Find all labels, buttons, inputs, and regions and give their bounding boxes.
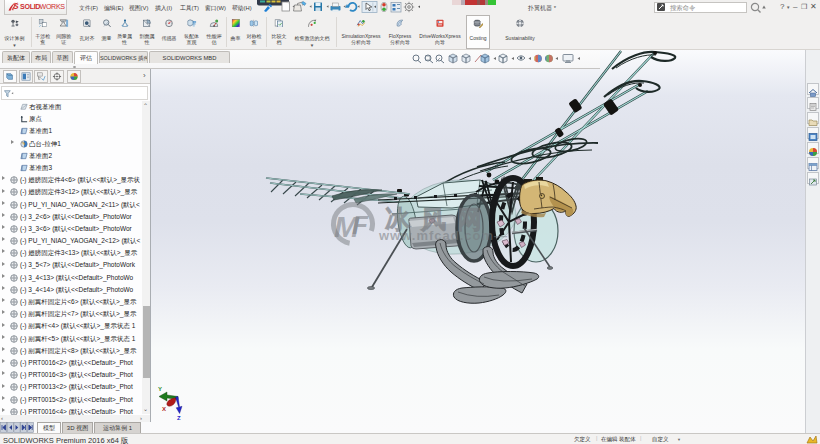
svg-text:WORKS: WORKS	[40, 3, 66, 11]
svg-text:Y: Y	[158, 386, 162, 392]
svg-text:Z: Z	[177, 415, 181, 421]
svg-text:www.mfcad.com—: www.mfcad.com—	[378, 228, 508, 243]
svg-text:SOLID: SOLID	[20, 3, 40, 11]
svg-text:X: X	[162, 406, 166, 412]
svg-text:S: S	[13, 1, 19, 11]
svg-text:F: F	[352, 210, 369, 240]
